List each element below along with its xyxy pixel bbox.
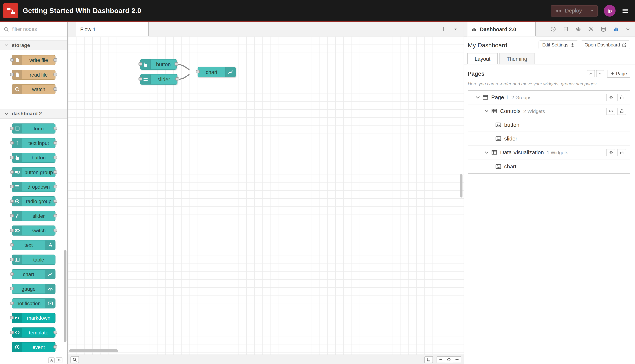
zoom-in-button[interactable] xyxy=(453,356,461,363)
palette-node-text[interactable]: text xyxy=(12,240,56,250)
palette-category-storage[interactable]: storage xyxy=(0,40,67,50)
tree-row-widget-slider[interactable]: slider xyxy=(468,132,630,146)
gear-icon[interactable] xyxy=(588,26,594,32)
tree-row-widget-chart[interactable]: chart xyxy=(468,160,630,173)
palette-node-slider[interactable]: slider xyxy=(12,211,56,221)
flow-canvas[interactable]: button slider chart xyxy=(68,36,464,354)
lock-toggle-button[interactable] xyxy=(617,149,626,156)
tab-flow-1[interactable]: Flow 1 xyxy=(76,22,149,36)
palette-node-chart[interactable]: chart xyxy=(12,269,56,279)
user-avatar[interactable]: jp xyxy=(604,5,615,16)
node-label: radio group xyxy=(22,198,55,204)
chevron-down-icon[interactable] xyxy=(626,27,630,32)
info-icon[interactable] xyxy=(550,26,556,32)
file-import-icon xyxy=(14,72,20,77)
deploy-button[interactable]: Deploy xyxy=(551,6,587,16)
gauge-icon xyxy=(48,286,53,292)
dashboard-subtabs: Layout Theming xyxy=(464,53,635,64)
add-page-button[interactable]: Page xyxy=(607,70,630,78)
visibility-toggle-button[interactable] xyxy=(606,108,615,115)
input-port[interactable] xyxy=(139,62,142,66)
tab-theming[interactable]: Theming xyxy=(499,53,534,64)
tree-row-group-data-visualization[interactable]: Data Visualization 1 Widgets xyxy=(468,146,630,160)
layers-icon[interactable] xyxy=(601,26,606,32)
palette-node-button-group[interactable]: button group xyxy=(12,167,56,177)
tree-row-group-controls[interactable]: Controls 2 Widgets xyxy=(468,104,630,118)
output-port xyxy=(54,73,57,76)
sidebar-tab-dashboard[interactable]: Dashboard 2.0 xyxy=(467,22,536,36)
palette-node-markdown[interactable]: markdown xyxy=(12,313,56,323)
output-port[interactable] xyxy=(175,62,178,66)
unlock-icon xyxy=(619,150,624,155)
palette-category-dashboard-2[interactable]: dashboard 2 xyxy=(0,109,67,119)
zoom-reset-button[interactable] xyxy=(445,356,453,363)
palette-node-button[interactable]: button xyxy=(12,152,56,163)
palette-node-radio-group[interactable]: radio group xyxy=(12,196,56,206)
search-flows-button[interactable] xyxy=(71,356,79,363)
visibility-toggle-button[interactable] xyxy=(606,149,615,156)
canvas-horizontal-scrollbar[interactable] xyxy=(69,349,118,352)
main-menu-button[interactable] xyxy=(621,7,629,14)
tree-row-widget-button[interactable]: button xyxy=(468,118,630,132)
input-port[interactable] xyxy=(139,77,142,80)
palette-node-read-file[interactable]: read file xyxy=(12,70,56,80)
open-dashboard-button[interactable]: Open Dashboard xyxy=(581,40,630,49)
output-port[interactable] xyxy=(175,77,179,80)
palette-scrollbar[interactable] xyxy=(64,250,66,342)
output-port xyxy=(54,170,57,174)
chevrons-up-icon xyxy=(50,358,54,362)
toggle-navigator-button[interactable] xyxy=(424,356,433,363)
palette-node-switch[interactable]: switch xyxy=(12,226,56,236)
flow-tabbar: Flow 1 xyxy=(68,22,464,36)
hamburger-menu-icon xyxy=(621,7,629,14)
input-port xyxy=(10,330,14,334)
palette-node-dropdown[interactable]: dropdown xyxy=(12,182,56,192)
lock-toggle-button[interactable] xyxy=(617,94,626,101)
node-label: notification xyxy=(12,301,45,306)
palette-filter-input[interactable] xyxy=(12,26,64,32)
visibility-toggle-button[interactable] xyxy=(606,94,615,101)
palette-search xyxy=(0,22,67,36)
collapse-all-categories-button[interactable] xyxy=(48,357,55,363)
bug-icon[interactable] xyxy=(575,26,581,32)
canvas-vertical-scrollbar[interactable] xyxy=(460,174,462,198)
chevron-down-icon[interactable] xyxy=(484,150,489,155)
move-page-down-button[interactable] xyxy=(596,70,604,77)
flow-node-slider[interactable]: slider xyxy=(140,74,178,84)
flow-node-button[interactable]: button xyxy=(140,59,177,70)
unlock-icon xyxy=(619,109,624,113)
palette-node-write-file[interactable]: write file xyxy=(12,55,56,65)
expand-all-categories-button[interactable] xyxy=(56,357,62,363)
external-link-icon xyxy=(622,43,626,47)
image-icon xyxy=(495,122,501,128)
chevron-down-icon[interactable] xyxy=(484,108,489,114)
input-port[interactable] xyxy=(196,70,200,73)
node-label: slider xyxy=(22,213,55,219)
dashboard-tab-icon[interactable] xyxy=(613,26,619,32)
palette-node-template[interactable]: template xyxy=(12,328,56,338)
move-page-up-button[interactable] xyxy=(587,70,595,77)
palette-node-watch[interactable]: watch xyxy=(12,84,56,94)
palette-node-gauge[interactable]: gauge xyxy=(12,284,56,294)
chevron-up-icon xyxy=(589,72,593,76)
palette-node-text-input[interactable]: text input xyxy=(12,138,56,148)
add-flow-button[interactable] xyxy=(441,26,446,32)
edit-settings-button[interactable]: Edit Settings xyxy=(538,40,578,49)
lock-toggle-button[interactable] xyxy=(617,108,626,115)
palette-node-event[interactable]: event xyxy=(12,342,56,352)
arrow-circle-icon xyxy=(14,344,20,350)
deploy-options-button[interactable] xyxy=(587,6,597,16)
flow-list-icon[interactable] xyxy=(453,26,458,31)
book-icon[interactable] xyxy=(563,26,569,32)
palette-node-table[interactable]: table xyxy=(12,254,56,265)
zoom-out-button[interactable] xyxy=(437,356,445,363)
node-red-logo-icon xyxy=(6,6,15,15)
palette-node-form[interactable]: form xyxy=(12,124,56,134)
node-label: dropdown xyxy=(22,184,55,190)
chevron-down-icon[interactable] xyxy=(475,95,480,100)
tab-theming-label: Theming xyxy=(506,56,527,62)
flow-node-chart[interactable]: chart xyxy=(198,67,236,77)
palette-node-notification[interactable]: notification xyxy=(12,298,56,308)
tab-layout[interactable]: Layout xyxy=(467,53,498,64)
tree-row-page-1[interactable]: Page 1 2 Groups xyxy=(468,91,630,104)
